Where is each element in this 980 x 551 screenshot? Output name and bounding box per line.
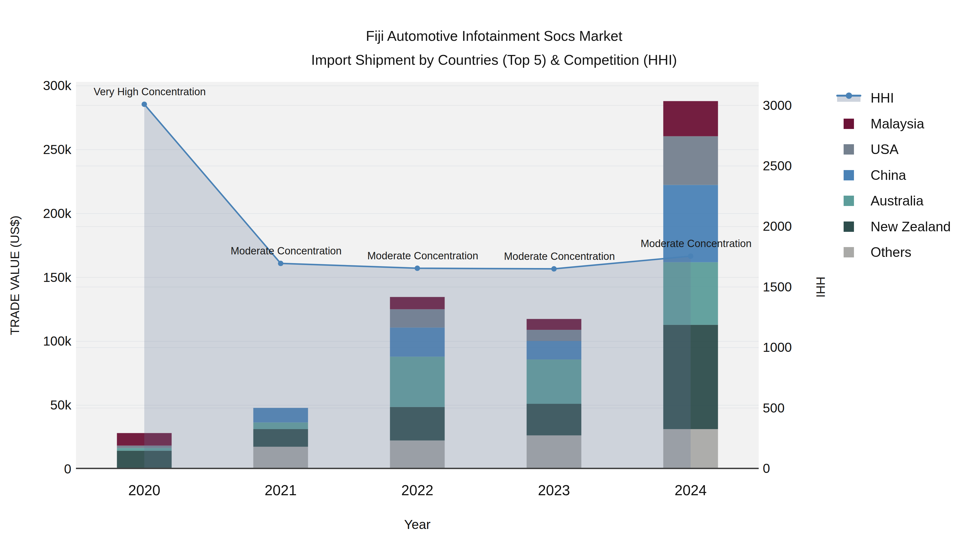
plot-area: [76, 82, 759, 469]
annotation-2022: Moderate Concentration: [367, 250, 478, 262]
y-axis-left-title: TRADE VALUE (US$): [8, 216, 22, 335]
x-tick-2023: 2023: [513, 482, 595, 499]
hhi-marker-2022[interactable]: [415, 265, 420, 271]
legend-swatch-china: [844, 170, 854, 180]
legend[interactable]: HHIMalaysiaUSAChinaAustraliaNew ZealandO…: [836, 90, 978, 275]
legend-hhi-line-icon: [836, 92, 861, 104]
y-tick-right-500: 500: [763, 400, 784, 416]
annotation-2020: Very High Concentration: [94, 86, 206, 98]
legend-swatch-malaysia: [844, 119, 854, 129]
chart-title: Fiji Automotive Infotainment Socs Market…: [0, 24, 980, 72]
chart-title-line2: Import Shipment by Countries (Top 5) & C…: [0, 48, 980, 72]
legend-label: Australia: [870, 193, 924, 209]
legend-swatch-australia: [844, 195, 854, 206]
hhi-marker-2023[interactable]: [551, 266, 557, 272]
legend-swatch-others: [844, 247, 854, 257]
legend-hhi-marker-dot: [846, 92, 852, 99]
y-tick-left-250k: 250k: [0, 141, 71, 158]
legend-item-others[interactable]: Others: [836, 244, 912, 260]
y-axis-right-title: HHI: [813, 276, 827, 298]
y-tick-right-1000: 1000: [763, 339, 792, 356]
hhi-marker-2020[interactable]: [142, 102, 147, 107]
hhi-area-fill: [144, 104, 690, 468]
annotation-2024: Moderate Concentration: [641, 238, 752, 249]
bar-segment-malaysia-2024[interactable]: [663, 101, 718, 136]
y-tick-left-0: 0: [0, 461, 71, 477]
legend-label: China: [870, 167, 906, 183]
chart-canvas: [76, 82, 759, 469]
legend-item-new-zealand[interactable]: New Zealand: [836, 219, 951, 235]
legend-item-china[interactable]: China: [836, 167, 906, 183]
hhi-marker-2021[interactable]: [278, 261, 283, 266]
y-tick-right-2500: 2500: [763, 158, 792, 174]
chart-title-line1: Fiji Automotive Infotainment Socs Market: [0, 24, 980, 48]
legend-label: New Zealand: [870, 219, 951, 235]
legend-label: Others: [870, 245, 912, 260]
y-tick-left-100k: 100k: [0, 333, 71, 349]
legend-item-australia[interactable]: Australia: [836, 193, 924, 209]
annotation-2023: Moderate Concentration: [504, 251, 615, 262]
legend-item-malaysia[interactable]: Malaysia: [836, 116, 924, 132]
legend-label: Malaysia: [870, 116, 924, 132]
annotation-2021: Moderate Concentration: [231, 245, 342, 257]
legend-swatch-usa: [844, 144, 854, 154]
y-tick-left-300k: 300k: [0, 78, 71, 94]
legend-item-usa[interactable]: USA: [836, 141, 899, 157]
x-tick-2021: 2021: [240, 482, 321, 499]
legend-label: HHI: [870, 90, 894, 106]
legend-label: USA: [870, 141, 899, 157]
y-tick-left-50k: 50k: [0, 397, 71, 413]
x-tick-2020: 2020: [103, 482, 185, 499]
y-tick-right-1500: 1500: [763, 279, 792, 295]
y-tick-right-0: 0: [763, 460, 770, 477]
legend-item-hhi[interactable]: HHI: [836, 90, 894, 106]
x-axis-title: Year: [404, 517, 431, 532]
x-tick-2022: 2022: [377, 482, 458, 499]
y-tick-right-2000: 2000: [763, 218, 792, 235]
hhi-marker-2024[interactable]: [688, 253, 694, 259]
x-tick-2024: 2024: [650, 482, 732, 499]
bar-segment-china-2024[interactable]: [663, 185, 718, 262]
legend-swatch-new-zealand: [844, 221, 854, 232]
bar-segment-usa-2024[interactable]: [663, 136, 718, 185]
y-tick-right-3000: 3000: [763, 97, 792, 114]
